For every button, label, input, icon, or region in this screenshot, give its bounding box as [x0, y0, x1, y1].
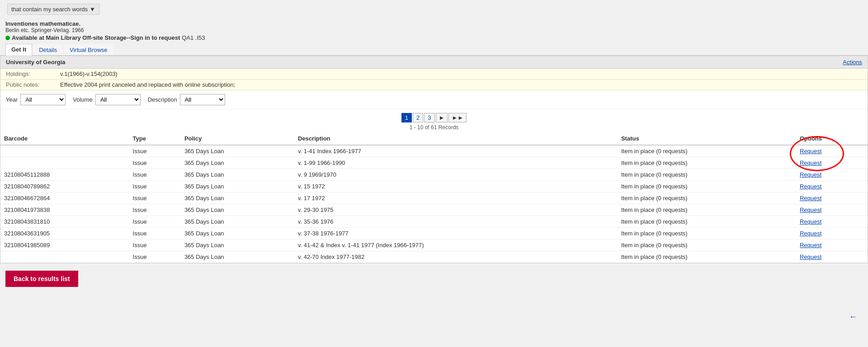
cell-barcode: 32108041973838 [0, 204, 129, 216]
cell-options[interactable]: Request [796, 251, 868, 263]
cell-barcode: 32108041985089 [0, 239, 129, 251]
page-2-button[interactable]: 2 [413, 113, 423, 122]
cell-description: v. 17 1972 [294, 192, 618, 204]
cell-type: Issue [129, 192, 181, 204]
cell-type: Issue [129, 157, 181, 169]
cell-barcode [0, 145, 129, 157]
cell-description: v. 41-42 & Index v. 1-41 1977 (Index 196… [294, 239, 618, 251]
cell-barcode: 32108043631905 [0, 228, 129, 239]
table-row: 32108040789862Issue365 Days Loanv. 15 19… [0, 181, 868, 192]
cell-options[interactable]: Request [796, 228, 868, 239]
cell-status: Item in place (0 requests) [618, 157, 796, 169]
cell-status: Item in place (0 requests) [618, 169, 796, 181]
tab-details[interactable]: Details [33, 44, 63, 55]
cell-policy: 365 Days Loan [181, 216, 294, 228]
cell-options[interactable]: Request [796, 204, 868, 216]
tabs-bar: Get It Details Virtual Browse [0, 44, 868, 56]
request-link[interactable]: Request [800, 171, 821, 178]
cell-options[interactable]: Request [796, 216, 868, 228]
cell-options[interactable]: Request [796, 169, 868, 181]
holdings-row: Holdings: v.1(1966)-v.154(2003) [0, 69, 868, 80]
availability-dot [5, 36, 10, 40]
col-barcode: Barcode [0, 132, 129, 145]
panel-header: University of Georgia Actions [0, 56, 868, 69]
cell-barcode: 32108043831810 [0, 216, 129, 228]
volume-filter-group: Volume All [73, 94, 140, 105]
cell-options[interactable]: Request [796, 239, 868, 251]
request-link[interactable]: Request [800, 242, 821, 249]
search-filter-bar[interactable]: that contain my search words ▼ [7, 4, 99, 15]
table-row: 32108041973838Issue365 Days Loanv. 29-30… [0, 204, 868, 216]
back-to-results-button[interactable]: Back to results list [5, 271, 78, 287]
cell-type: Issue [129, 251, 181, 263]
cell-status: Item in place (0 requests) [618, 181, 796, 192]
cell-description: v. 1-41 Index 1966-1977 [294, 145, 618, 157]
request-link[interactable]: Request [800, 159, 821, 166]
table-row: 32108046672864Issue365 Days Loanv. 17 19… [0, 192, 868, 204]
book-info: Inventiones mathematicae. Berlin etc. Sp… [0, 19, 868, 42]
request-link[interactable]: Request [800, 183, 821, 190]
request-link[interactable]: Request [800, 253, 821, 260]
cell-options[interactable]: Request [796, 157, 868, 169]
table-row: Issue365 Days Loanv. 1-99 1966-1990Item … [0, 157, 868, 169]
request-link[interactable]: Request [800, 218, 821, 225]
records-count: 1 - 10 of 61 Records [410, 124, 459, 131]
cell-policy: 365 Days Loan [181, 228, 294, 239]
cell-options[interactable]: Request [796, 181, 868, 192]
cell-type: Issue [129, 145, 181, 157]
actions-link[interactable]: Actions [843, 59, 862, 66]
cell-policy: 365 Days Loan [181, 251, 294, 263]
dropdown-icon: ▼ [90, 6, 95, 13]
request-link[interactable]: Request [800, 195, 821, 202]
cell-options[interactable]: Request [796, 192, 868, 204]
table-row: 32108043831810Issue365 Days Loanv. 35-36… [0, 216, 868, 228]
notes-label: Public notes: [6, 81, 60, 88]
bottom-arrow-icon: ← [849, 312, 857, 322]
pagination-buttons: 1 2 3 ► ►► [401, 113, 467, 122]
institution-name: University of Georgia [6, 59, 65, 66]
cell-description: v. 42-70 Index 1977-1982 [294, 251, 618, 263]
col-status: Status [618, 132, 796, 145]
page-3-button[interactable]: 3 [424, 113, 434, 122]
col-options: Options [796, 132, 868, 145]
cell-status: Item in place (0 requests) [618, 145, 796, 157]
cell-status: Item in place (0 requests) [618, 228, 796, 239]
table-row: 32108043631905Issue365 Days Loanv. 37-38… [0, 228, 868, 239]
cell-type: Issue [129, 239, 181, 251]
cell-description: v. 37-38 1976-1977 [294, 228, 618, 239]
cell-description: v. 1-99 1966-1990 [294, 157, 618, 169]
last-page-button[interactable]: ►► [448, 113, 467, 122]
year-select[interactable]: All [20, 94, 66, 105]
year-filter-group: Year All [6, 94, 66, 105]
tab-get-it[interactable]: Get It [5, 44, 32, 56]
request-link[interactable]: Request [800, 230, 821, 237]
cell-type: Issue [129, 169, 181, 181]
table-row: 32108041985089Issue365 Days Loanv. 41-42… [0, 239, 868, 251]
volume-select[interactable]: All [95, 94, 141, 105]
cell-status: Item in place (0 requests) [618, 192, 796, 204]
request-link[interactable]: Request [800, 148, 821, 155]
cell-options[interactable]: Request [796, 145, 868, 157]
year-label: Year [6, 96, 18, 103]
filters-row: Year All Volume All Description All [0, 90, 868, 109]
next-page-button[interactable]: ► [436, 113, 448, 122]
cell-barcode: 32108045112888 [0, 169, 129, 181]
public-notes-row: Public notes: Effective 2004 print cance… [0, 80, 868, 90]
cell-policy: 365 Days Loan [181, 169, 294, 181]
search-filter-label: that contain my search words [11, 6, 88, 13]
book-subtitle: Berlin etc. Springer-Verlag. 1966 [5, 27, 863, 33]
cell-description: v. 35-36 1976 [294, 216, 618, 228]
cell-policy: 365 Days Loan [181, 192, 294, 204]
availability-row: Available at Main Library Off-site Stora… [5, 34, 863, 41]
request-link[interactable]: Request [800, 206, 821, 213]
tab-virtual-browse[interactable]: Virtual Browse [64, 44, 113, 55]
cell-barcode: 32108040789862 [0, 181, 129, 192]
cell-barcode [0, 251, 129, 263]
table-row: Issue365 Days Loanv. 1-41 Index 1966-197… [0, 145, 868, 157]
page-1-button[interactable]: 1 [401, 113, 412, 122]
description-select[interactable]: All [180, 94, 225, 105]
col-type: Type [129, 132, 181, 145]
cell-description: v. 15 1972 [294, 181, 618, 192]
notes-value: Effective 2004 print canceled and replac… [60, 81, 235, 88]
cell-status: Item in place (0 requests) [618, 251, 796, 263]
